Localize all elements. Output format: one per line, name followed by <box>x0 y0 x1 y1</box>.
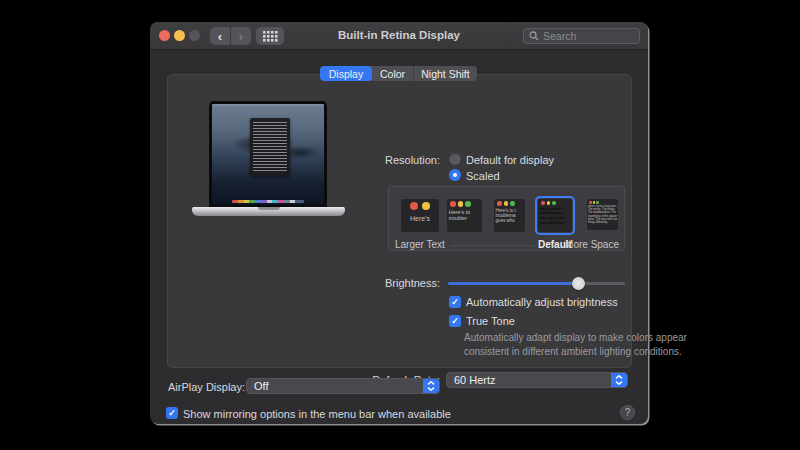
resolution-option-2[interactable]: Here's to troubler <box>447 199 482 232</box>
resolution-option-more-space[interactable]: Here's to the crazy ones. The misfits. T… <box>587 199 618 230</box>
resolution-picker-well: Here's Here's to troubler Here's to t tr… <box>388 186 625 251</box>
help-button[interactable]: ? <box>620 405 635 420</box>
radio-default-label[interactable]: Default for display <box>466 154 554 166</box>
more-space-label: More Space <box>565 239 619 250</box>
search-icon <box>529 31 539 41</box>
macbook-dock <box>232 200 304 203</box>
resolution-option-3[interactable]: Here's to t troublema goes who <box>494 199 525 232</box>
tab-color[interactable]: Color <box>372 66 413 81</box>
show-mirroring-checkbox[interactable]: ✓ <box>166 407 178 419</box>
search-input[interactable] <box>543 30 631 42</box>
airplay-display-value: Off <box>247 380 423 392</box>
system-preferences-window: ‹ › Built-in Retina Display Display Colo… <box>150 22 648 424</box>
radio-default-for-display[interactable] <box>449 153 461 165</box>
tab-display[interactable]: Display <box>320 66 372 81</box>
radio-scaled-label[interactable]: Scaled <box>466 170 500 182</box>
tab-night-shift[interactable]: Night Shift <box>413 66 477 81</box>
dropdown-stepper-icon <box>423 379 439 393</box>
resolution-option-larger-text[interactable]: Here's <box>401 199 439 232</box>
refresh-rate-value: 60 Hertz <box>447 374 611 386</box>
true-tone-checkbox[interactable]: ✓ <box>449 315 461 327</box>
brightness-slider-fill <box>448 282 579 285</box>
resolution-option-default-selected[interactable]: Here's to the c troublemakers. ones who … <box>535 196 575 235</box>
airplay-display-dropdown[interactable]: Off <box>246 378 440 394</box>
display-tabs: Display Color Night Shift <box>320 66 477 81</box>
display-settings-panel: Resolution: Default for display Scaled H… <box>167 74 632 368</box>
airplay-display-label: AirPlay Display: <box>168 381 245 393</box>
thumb-yellow-dot-icon <box>422 202 430 210</box>
macbook-base <box>192 207 345 216</box>
brightness-label: Brightness: <box>268 277 440 289</box>
true-tone-label[interactable]: True Tone <box>466 315 515 327</box>
larger-text-label: Larger Text <box>395 239 445 250</box>
refresh-rate-dropdown[interactable]: 60 Hertz <box>446 372 628 388</box>
dropdown-stepper-icon <box>611 373 627 387</box>
brightness-slider-thumb[interactable] <box>572 277 585 290</box>
search-field[interactable] <box>523 28 640 44</box>
show-mirroring-label[interactable]: Show mirroring options in the menu bar w… <box>183 408 451 420</box>
title-bar: ‹ › Built-in Retina Display <box>150 22 648 50</box>
true-tone-description: Automatically adapt display to make colo… <box>464 331 692 358</box>
thumb-red-dot-icon <box>410 202 418 210</box>
macbook-preview-image <box>192 101 345 239</box>
auto-brightness-label[interactable]: Automatically adjust brightness <box>466 296 618 308</box>
auto-brightness-checkbox[interactable]: ✓ <box>449 296 461 308</box>
resolution-label: Resolution: <box>268 154 440 166</box>
radio-scaled[interactable] <box>449 169 461 181</box>
brightness-slider[interactable] <box>448 277 625 290</box>
